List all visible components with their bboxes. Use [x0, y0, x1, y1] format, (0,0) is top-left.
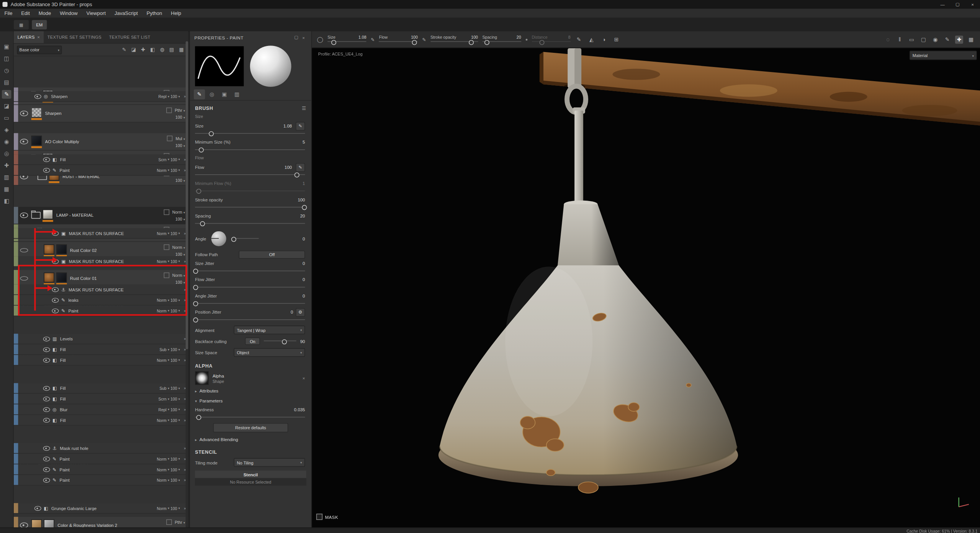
backface-slider[interactable]	[264, 339, 296, 344]
blend-mode[interactable]: Norm	[157, 358, 167, 362]
eye-icon[interactable]	[20, 139, 28, 144]
effect-opacity[interactable]: 100	[170, 298, 177, 302]
prop-spacing-slider[interactable]	[195, 221, 305, 227]
dock-icon[interactable]: ▢	[292, 35, 300, 40]
section-menu-icon[interactable]: ☰	[302, 105, 306, 111]
angle-dial[interactable]	[211, 231, 226, 246]
perspective-grid-icon[interactable]: ⊞	[612, 35, 620, 43]
menu-edit[interactable]: Edit	[17, 10, 34, 16]
effect-fill[interactable]: ◧FillScrn▾100▾×	[14, 394, 188, 404]
effect-mask-rust-on-surface[interactable]: ▣MASK RUST ON SURFACENorm▾100▾×	[14, 228, 188, 239]
tab-texture-set-settings[interactable]: TEXTURE SET SETTINGS	[44, 31, 105, 43]
add-paint-layer-icon[interactable]: ✚	[140, 47, 146, 52]
attributes-expander[interactable]: ▸ Attributes	[190, 386, 311, 396]
eye-icon[interactable]	[52, 231, 59, 235]
layer-lamp-material[interactable]: LAMP - MATERIALNorm▾100▾	[14, 207, 188, 224]
effect-opacity[interactable]: 100	[170, 467, 177, 471]
doc-tab-em[interactable]: EM	[32, 20, 47, 29]
stencil-resource-box[interactable]: Stencil No Resource Selected	[195, 471, 306, 486]
size-space-select[interactable]: Object▾	[234, 348, 305, 357]
add-mask-icon[interactable]: ◪	[130, 47, 137, 52]
layer-thumbnail[interactable]	[43, 209, 53, 222]
add-smart-material-icon[interactable]: ◍	[159, 47, 165, 52]
eye-icon[interactable]	[43, 386, 50, 390]
minimize-button[interactable]: —	[935, 0, 950, 9]
effect-opacity[interactable]: 100	[170, 418, 177, 422]
follow-path-button[interactable]: Off	[239, 250, 305, 258]
layer-color-roughness-variation-2[interactable]: Color & Roughness Variation 2Pthr▾100▾	[14, 517, 188, 528]
blend-mode[interactable]: Norm	[157, 259, 167, 263]
alpha-resource-row[interactable]: Alpha Shape ×	[190, 371, 311, 386]
close-button[interactable]: ×	[965, 0, 980, 9]
effect-opacity[interactable]: 100	[170, 259, 177, 263]
blend-mode[interactable]: Mul	[176, 136, 182, 141]
mask-slot[interactable]	[167, 136, 173, 141]
pressure-icon[interactable]: ✎	[296, 121, 305, 130]
effect-opacity[interactable]: 100	[170, 478, 177, 482]
blend-mode[interactable]: Norm	[157, 467, 167, 471]
layer-thumbnail[interactable]	[31, 519, 42, 528]
physical-mode-tab[interactable]: ◎	[206, 89, 218, 99]
display-settings-icon[interactable]: ◫	[2, 54, 11, 63]
blend-mode[interactable]: Norm	[157, 506, 167, 510]
prop-stroke-opacity-slider[interactable]	[195, 204, 305, 211]
alignment-select[interactable]: Tangent | Wrap▾	[234, 325, 305, 334]
effect-sharpen[interactable]: ◎SharpenRepl▾100▾×	[14, 91, 188, 102]
blend-mode[interactable]: Norm	[157, 168, 167, 172]
layer-thumbnail[interactable]	[31, 135, 42, 148]
layer-opacity[interactable]: 100	[175, 217, 182, 221]
layer-thumbnail[interactable]	[56, 244, 67, 257]
mirror-icon[interactable]: ◑	[600, 35, 608, 43]
pressure-icon[interactable]: ✎	[296, 163, 305, 172]
layers-scrollbar[interactable]	[186, 31, 188, 528]
eye-icon[interactable]	[20, 111, 28, 116]
shader-mode-select[interactable]: Material ▾	[910, 51, 977, 60]
scene-icon[interactable]: ▣	[2, 43, 11, 51]
backface-toggle[interactable]: On	[245, 337, 260, 345]
brush-cursor-icon[interactable]: ✚	[955, 35, 963, 43]
tab-texture-set-list[interactable]: TEXTURE SET LIST	[105, 31, 154, 43]
eye-icon[interactable]	[52, 308, 59, 313]
eye-off-icon[interactable]	[20, 248, 28, 252]
blend-mode[interactable]: Norm	[157, 231, 167, 235]
effect-fill[interactable]: ◧FillSub▾100▾×	[14, 383, 188, 394]
prop-flow-slider[interactable]	[195, 172, 305, 178]
paint-mode-tab[interactable]: ✎	[194, 89, 205, 99]
effect-fill[interactable]: ◧FillScrn▾100▾×	[14, 154, 188, 165]
channel-filter-select[interactable]: Base color ▾	[17, 45, 62, 54]
smudge-tool-icon[interactable]: ◉	[2, 137, 11, 146]
eye-icon[interactable]	[43, 336, 50, 341]
polygon-fill-tool-icon[interactable]: ◈	[2, 126, 11, 134]
eye-icon[interactable]	[20, 213, 28, 218]
eye-icon[interactable]	[43, 467, 50, 471]
prop-flow-jitter-slider[interactable]	[195, 284, 305, 291]
effect-fill[interactable]: ◧FillNorm▾100▾×	[14, 355, 188, 366]
add-effect-icon[interactable]: ✎	[121, 47, 128, 52]
delete-layer-icon[interactable]: ▦	[178, 47, 185, 52]
camera-icon[interactable]: ◉	[931, 35, 939, 43]
mask-slot[interactable]	[164, 209, 169, 215]
eye-icon[interactable]	[52, 298, 59, 302]
menu-file[interactable]: File	[0, 10, 17, 16]
pressure-icon[interactable]: ✎	[371, 36, 375, 42]
grid-icon[interactable]: ▦	[967, 35, 975, 43]
close-icon[interactable]: ×	[37, 35, 40, 39]
effect-opacity[interactable]: 100	[170, 231, 177, 235]
layer-opacity[interactable]: 100	[175, 115, 182, 119]
prop-size-slider[interactable]	[195, 131, 305, 137]
log-icon[interactable]: ▭	[908, 35, 916, 43]
menu-mode[interactable]: Mode	[34, 10, 56, 16]
eye-icon[interactable]	[43, 168, 50, 172]
layer-opacity[interactable]: 100	[175, 143, 182, 147]
remove-alpha-icon[interactable]: ×	[303, 376, 305, 380]
add-fill-layer-icon[interactable]: ◧	[149, 47, 156, 52]
randomize-icon[interactable]: ⚙	[296, 308, 305, 317]
effect-opacity[interactable]: 100	[170, 168, 177, 172]
eye-off-icon[interactable]	[20, 276, 28, 280]
parameters-expander[interactable]: ▾ Parameters	[190, 396, 311, 405]
eraser-tool-icon[interactable]: ◪	[2, 102, 11, 111]
effect-opacity[interactable]: 100	[170, 157, 177, 161]
vp-stroke-opacity-slider[interactable]	[430, 39, 478, 44]
lazy-mouse-icon[interactable]: ✎	[575, 35, 583, 43]
layer-thumbnail[interactable]	[31, 107, 42, 120]
